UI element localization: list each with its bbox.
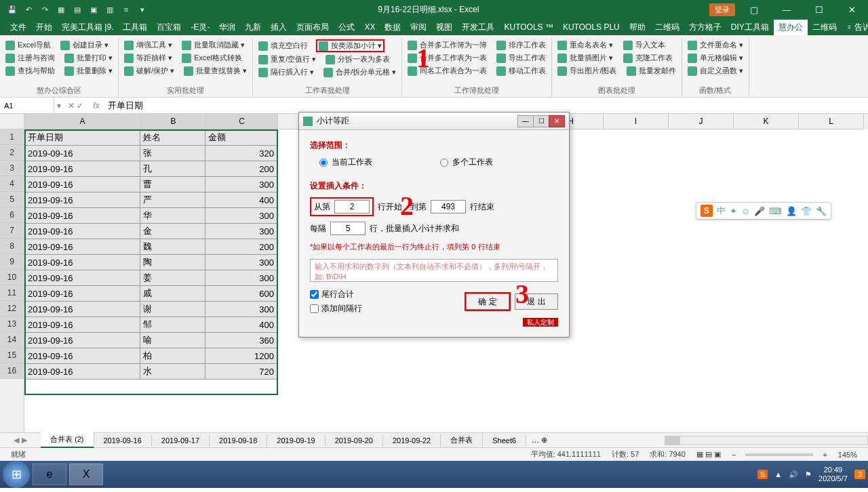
sheet-tab[interactable]: 合并表 (2) (41, 432, 94, 448)
ribbon-cmd[interactable]: 自定义函数 ▾ (686, 65, 745, 77)
tray-flag-icon[interactable]: ▲ (774, 470, 782, 478)
ribbon-cmd[interactable]: 克隆工作表 (622, 52, 674, 64)
ribbon-cmd[interactable]: 批量打印 ▾ (63, 52, 114, 64)
cell[interactable]: 2019-09-16 (25, 333, 140, 348)
cell[interactable]: 300 (205, 270, 277, 286)
data-table[interactable]: 开单日期姓名金额2019-09-16张3202019-09-16孔2002019… (24, 129, 277, 380)
qat-icon[interactable]: ≡ (121, 4, 132, 15)
login-button[interactable]: 登录 (709, 3, 735, 16)
cell[interactable]: 华 (140, 208, 205, 224)
ime-icon[interactable]: ⌨ (769, 206, 782, 216)
qat-icon[interactable]: ▦ (56, 4, 66, 15)
row-header[interactable]: 7 (0, 223, 24, 239)
ribbon-cmd[interactable]: 导出图片/图表 (556, 65, 618, 77)
sheet-tab[interactable]: 合并表 (441, 433, 483, 447)
cell[interactable]: 戚 (140, 286, 205, 302)
col-header[interactable]: C (206, 114, 278, 129)
row-header[interactable]: 14 (0, 332, 24, 348)
col-header[interactable]: K (734, 114, 799, 129)
cell[interactable]: 陶 (140, 255, 205, 270)
cell[interactable]: 2019-09-16 (25, 224, 140, 239)
ok-button[interactable]: 确 定 (466, 293, 509, 310)
radio-current-sheet[interactable]: 当前工作表 (319, 157, 372, 168)
zoom-in-icon[interactable]: + (823, 451, 827, 459)
ribbon-cmd[interactable]: 重复/空值行 ▾ (257, 54, 317, 65)
ribbon-cmd[interactable]: 批量取消隐藏 ▾ (180, 39, 246, 51)
cell[interactable]: 谢 (140, 302, 205, 317)
ribbon-cmd[interactable]: 破解/保护 ▾ (123, 65, 176, 77)
ribbon-cmd[interactable]: 排序工作表 (495, 39, 547, 51)
sheet-tab[interactable]: 2019-09-17 (152, 434, 210, 447)
cell[interactable]: 300 (205, 177, 277, 192)
tray-net-icon[interactable]: 🔊 (789, 470, 798, 479)
radio-multi-sheet[interactable]: 多个工作表 (440, 157, 493, 168)
row-header[interactable]: 3 (0, 161, 24, 176)
cell[interactable]: 200 (205, 239, 277, 255)
cell[interactable]: 720 (205, 364, 277, 380)
cancel-button[interactable]: 退 出 (515, 293, 558, 310)
ribbon-cmd[interactable]: Excel导航 (4, 39, 52, 51)
ribbon-tab[interactable]: 二维码 (650, 20, 684, 35)
taskbar-ie-icon[interactable]: e (33, 464, 66, 485)
formula-value[interactable]: 开单日期 (105, 100, 146, 112)
ribbon-tab[interactable]: ♀ 告诉我 (842, 20, 868, 35)
col-header[interactable]: J (669, 114, 734, 129)
ribbon-cmd[interactable]: 批量发邮件 (625, 65, 677, 77)
row-header[interactable]: 8 (0, 239, 24, 254)
ribbon-cmd[interactable]: 批量插图片 ▾ (556, 52, 614, 64)
cell[interactable]: 金 (140, 224, 205, 239)
ime-toolbar[interactable]: S 中 ✦ ☺ 🎤 ⌨ 👤 👕 🔧 (696, 202, 831, 220)
cell[interactable]: 200 (205, 161, 277, 177)
system-tray[interactable]: S ▲ 🔊 ⚑ 20:492020/5/7 3 (757, 466, 865, 483)
chk-gap-row[interactable]: 添加间隔行 (310, 303, 362, 314)
cell[interactable]: 2019-09-16 (25, 208, 140, 224)
tray-sogou-icon[interactable]: S (757, 470, 768, 479)
view-icons[interactable]: ▦ ▤ ▣ (696, 450, 721, 459)
custom-badge[interactable]: 私人定制 (523, 318, 558, 327)
row-header[interactable]: 15 (0, 348, 24, 363)
ribbon-cmd[interactable]: 按类添加小计 ▾ (316, 39, 384, 52)
minimize-icon[interactable]: — (773, 5, 800, 15)
ribbon-tab[interactable]: KUTOOLS PLU (558, 20, 625, 34)
name-box[interactable]: A1 (0, 98, 54, 113)
dialog-titlebar[interactable]: 小计等距 — ☐ ✕ (299, 112, 569, 130)
ribbon-cmd[interactable]: 合并多工作表为一表 (406, 52, 488, 64)
cell[interactable]: 360 (205, 333, 277, 348)
cell[interactable]: 2019-09-16 (25, 302, 140, 317)
sheet-tab[interactable]: 2019-09-19 (267, 434, 325, 447)
cell[interactable]: 400 (205, 317, 277, 333)
ribbon-tab[interactable]: 数据 (380, 20, 406, 35)
cell[interactable]: 2019-09-16 (25, 146, 140, 161)
ime-icon[interactable]: 👕 (801, 206, 812, 216)
cell[interactable]: 喻 (140, 333, 205, 348)
notif-badge[interactable]: 3 (854, 470, 865, 479)
maximize-icon[interactable]: ☐ (806, 5, 833, 15)
row-header[interactable]: 4 (0, 176, 24, 192)
ribbon-tab[interactable]: 二维码 (808, 20, 842, 35)
ribbon-cmd[interactable]: Excel格式转换 (180, 52, 243, 64)
from-row-input[interactable] (334, 200, 370, 213)
hscrollbar[interactable] (665, 436, 868, 445)
ime-icon[interactable]: 👤 (786, 206, 797, 216)
every-rows-input[interactable] (330, 222, 366, 235)
cell[interactable]: 400 (205, 192, 277, 208)
close-icon[interactable]: ✕ (838, 5, 865, 15)
ribbon-cmd[interactable]: 文件重命名 ▾ (686, 39, 745, 51)
redo-icon[interactable]: ↷ (39, 4, 50, 15)
ribbon-tab[interactable]: 完美工具箱 |9. (57, 20, 118, 35)
sheet-tab[interactable]: 2019-09-18 (210, 434, 267, 447)
row-header[interactable]: 5 (0, 192, 24, 207)
cell[interactable]: 300 (205, 224, 277, 239)
ribbon-cmd[interactable]: 合并/拆分单元格 ▾ (322, 66, 397, 78)
ribbon-tab[interactable]: 开始 (31, 20, 57, 35)
ribbon-tab[interactable]: 工具箱 (118, 20, 152, 35)
qat-icon[interactable]: ▥ (104, 4, 115, 15)
fx-btns[interactable]: ✕ ✓ (64, 101, 87, 110)
dialog-min-icon[interactable]: — (517, 115, 534, 127)
row-header[interactable]: 6 (0, 207, 24, 223)
sheet-tab[interactable]: 2019-09-20 (326, 434, 383, 447)
ribbon-cmd[interactable]: 移动工作表 (495, 65, 547, 77)
ribbon-cmd[interactable]: 查找与帮助 (4, 65, 56, 77)
ribbon-tab[interactable]: 慧办公 (774, 20, 808, 35)
ribbon-tab[interactable]: 九新 (240, 20, 266, 35)
